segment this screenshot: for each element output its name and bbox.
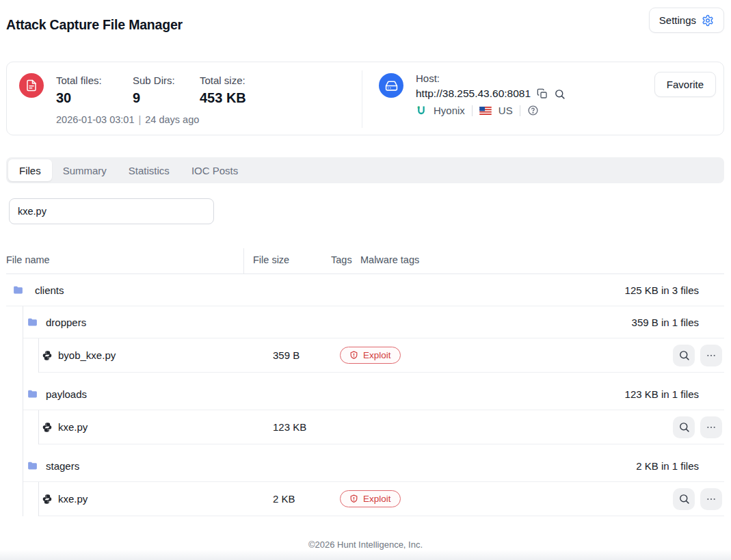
table-row[interactable]: clients125 KB in 3 files — [6, 274, 724, 306]
capture-age: 24 days ago — [145, 114, 199, 125]
host-icon — [379, 73, 403, 98]
stat-label: Total files: — [56, 74, 133, 88]
stat-total-files: Total files: 30 — [56, 74, 133, 107]
folder-icon — [27, 317, 38, 328]
column-file-name: File name — [6, 254, 50, 265]
settings-button[interactable]: Settings — [649, 8, 724, 33]
us-flag-icon — [479, 107, 492, 115]
folder-icon — [27, 388, 38, 400]
inspect-file-button[interactable] — [673, 488, 695, 510]
table-body: clients125 KB in 3 filesdroppers359 B in… — [6, 274, 724, 516]
capture-overview-card: Total files: 30 Sub Dirs: 9 Total size: … — [6, 62, 724, 135]
folder-children-group: droppers359 B in 1 filesbyob_kxe.py359 B… — [23, 306, 724, 516]
gear-icon — [702, 14, 714, 27]
tab-statistics[interactable]: Statistics — [118, 159, 181, 181]
stat-sub-dirs: Sub Dirs: 9 — [133, 74, 200, 107]
folder-summary: 123 KB in 1 files — [625, 388, 724, 400]
capture-stats: Total files: 30 Sub Dirs: 9 Total size: … — [56, 74, 246, 107]
file-search-input[interactable] — [9, 198, 214, 224]
inspect-file-button[interactable] — [673, 345, 695, 366]
malware-tag-label: Exploit — [363, 350, 391, 360]
shield-alert-icon — [349, 494, 358, 503]
folder-summary: 125 KB in 3 files — [625, 284, 724, 296]
tab-ioc-posts[interactable]: IOC Posts — [181, 159, 249, 181]
table-row[interactable]: droppers359 B in 1 files — [23, 306, 724, 338]
malware-tag-badge[interactable]: Exploit — [340, 347, 401, 364]
copy-icon[interactable] — [537, 88, 548, 99]
host-block: Host: http://38.255.43.60:8081 Hyonix — [416, 72, 566, 116]
malware-tag-badge[interactable]: Exploit — [340, 490, 401, 507]
host-provider[interactable]: Hyonix — [434, 105, 465, 116]
folder-icon — [12, 284, 24, 296]
file-size: 123 KB — [273, 421, 306, 433]
host-url[interactable]: http://38.255.43.60:8081 — [416, 88, 531, 100]
table-row[interactable]: byob_kxe.py359 BExploit — [39, 338, 724, 373]
folder-name[interactable]: droppers — [46, 317, 86, 328]
stat-label: Sub Dirs: — [133, 74, 200, 88]
inspect-file-button[interactable] — [673, 416, 695, 438]
stat-label: Total size: — [200, 74, 246, 88]
file-group: kxe.py123 KB — [38, 410, 724, 444]
stat-value: 453 KB — [200, 89, 246, 107]
copyright-text: ©2026 Hunt Intelligence, Inc. — [0, 539, 731, 550]
date-separator: | — [139, 114, 142, 125]
folder-summary: 359 B in 1 files — [632, 317, 724, 328]
stat-value: 30 — [56, 89, 133, 107]
table-row[interactable]: stagers2 KB in 1 files — [23, 450, 724, 482]
column-file-size: File size — [253, 254, 289, 265]
table-header: File name File size Tags Malware tags — [6, 248, 724, 274]
page-title: Attack Capture File Manager — [6, 17, 183, 33]
files-stat-icon — [19, 73, 44, 98]
tab-summary[interactable]: Summary — [52, 159, 118, 181]
table-row[interactable]: kxe.py123 KB — [39, 410, 724, 444]
column-malware-tags: Malware tags — [360, 254, 419, 265]
more-actions-button[interactable] — [700, 488, 722, 510]
tab-files[interactable]: Files — [8, 159, 52, 181]
file-size: 359 B — [273, 349, 300, 361]
folder-name[interactable]: stagers — [46, 460, 79, 472]
more-actions-button[interactable] — [700, 345, 722, 366]
python-file-icon — [42, 494, 53, 505]
folder-icon — [27, 460, 38, 472]
file-group: byob_kxe.py359 BExploit — [38, 338, 724, 373]
help-circle-icon[interactable] — [527, 105, 539, 116]
host-search-icon[interactable] — [554, 88, 566, 100]
column-tags: Tags — [331, 254, 352, 265]
file-name[interactable]: kxe.py — [58, 421, 88, 433]
meta-divider — [520, 105, 520, 116]
table-row[interactable]: kxe.py2 KBExploit — [39, 482, 724, 516]
file-group: kxe.py2 KBExploit — [38, 482, 724, 516]
shield-alert-icon — [349, 351, 358, 360]
settings-button-label: Settings — [659, 14, 696, 26]
card-divider — [362, 70, 362, 128]
folder-summary: 2 KB in 1 files — [636, 460, 724, 472]
favorite-button[interactable]: Favorite — [654, 72, 716, 97]
tab-bar: FilesSummaryStatisticsIOC Posts — [6, 157, 724, 183]
folder-name[interactable]: clients — [35, 284, 64, 296]
meta-divider — [472, 105, 473, 116]
host-label: Host: — [416, 72, 566, 85]
file-size: 2 KB — [273, 493, 295, 505]
column-divider — [243, 248, 244, 274]
file-name[interactable]: kxe.py — [58, 493, 88, 505]
python-file-icon — [42, 350, 53, 361]
stat-value: 9 — [133, 89, 200, 107]
folder-name[interactable]: payloads — [46, 388, 87, 400]
hyonix-logo-icon — [416, 105, 427, 116]
python-file-icon — [42, 422, 53, 433]
host-country: US — [499, 105, 513, 116]
stat-total-size: Total size: 453 KB — [200, 74, 246, 107]
capture-datetime: 2026-01-03 03:01 — [56, 114, 135, 125]
file-name[interactable]: byob_kxe.py — [58, 349, 116, 361]
malware-tag-label: Exploit — [363, 494, 391, 504]
bottom-fade — [0, 550, 731, 560]
attack-capture-file-manager-page: Attack Capture File Manager Settings Tot… — [0, 0, 731, 560]
capture-date: 2026-01-03 03:01|24 days ago — [56, 114, 199, 125]
file-table: File name File size Tags Malware tags cl… — [6, 248, 724, 522]
table-row[interactable]: payloads123 KB in 1 files — [23, 378, 724, 410]
more-actions-button[interactable] — [700, 416, 722, 438]
